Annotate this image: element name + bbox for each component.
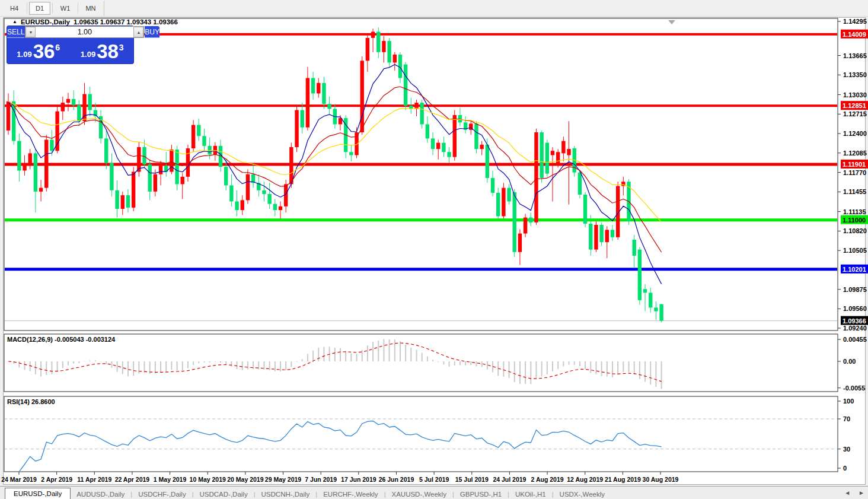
volume-increase-icon[interactable]: ▲ bbox=[133, 27, 143, 37]
level-price-tag: 1.14009 bbox=[843, 31, 866, 38]
tab-usdcnh-daily[interactable]: USDCNH-,Daily bbox=[256, 489, 316, 499]
volume-decrease-icon[interactable]: ▼ bbox=[25, 27, 36, 37]
one-click-trade-panel: SELL ▼ ▲ BUY 1.09366 1.09383 bbox=[7, 26, 133, 63]
buy-price-base: 1.09 bbox=[81, 50, 95, 59]
candle-body bbox=[589, 224, 592, 250]
candle-body bbox=[496, 193, 500, 217]
sell-price-base: 1.09 bbox=[17, 50, 31, 59]
price-axis-label: 1.12085 bbox=[843, 150, 867, 157]
tab-scroll-left-icon[interactable]: ◄ bbox=[844, 490, 850, 496]
candle-body bbox=[121, 195, 125, 209]
macd-axis-label: 0.00 bbox=[843, 358, 856, 365]
date-axis-label: 2 Apr 2019 bbox=[41, 476, 72, 483]
candle-body bbox=[126, 195, 130, 208]
candle-body bbox=[28, 153, 32, 163]
candle-body bbox=[502, 188, 505, 217]
tab-audusd-daily[interactable]: AUDUSD-,Daily bbox=[71, 489, 130, 499]
candle-body bbox=[611, 230, 614, 237]
candle-body bbox=[208, 146, 211, 155]
date-axis-label: 21 Aug 2019 bbox=[605, 476, 641, 483]
date-axis-label: 2 Aug 2019 bbox=[531, 476, 564, 483]
candle-body bbox=[605, 230, 609, 242]
collapse-panel-icon[interactable]: ▲ bbox=[12, 19, 17, 24]
volume-input[interactable] bbox=[36, 27, 133, 37]
rsi-label: RSI(14) 26.8600 bbox=[7, 398, 55, 405]
candle-body bbox=[142, 147, 146, 164]
tab-gbpusd-h1[interactable]: GBPUSD-,H1 bbox=[454, 489, 508, 499]
tab-scroll-controls: ◄ ► bbox=[844, 490, 864, 496]
price-axis-label: 1.09875 bbox=[843, 286, 867, 293]
candle-body bbox=[192, 125, 195, 149]
tab-usdcad-daily[interactable]: USDCAD-,Daily bbox=[194, 489, 254, 499]
chart-canvas: 1.142951.136651.133501.130301.127151.124… bbox=[0, 0, 868, 499]
buy-price-big: 38 bbox=[97, 43, 119, 61]
sell-price-button[interactable]: 1.09366 bbox=[7, 38, 70, 63]
candle-body bbox=[349, 152, 353, 155]
date-axis-label: 15 Jul 2019 bbox=[455, 476, 489, 483]
buy-price-button[interactable]: 1.09383 bbox=[71, 38, 134, 63]
candle-body bbox=[154, 174, 157, 192]
date-axis-label: 11 Apr 2019 bbox=[77, 476, 111, 483]
date-axis-label: 7 Jun 2019 bbox=[305, 476, 337, 483]
candle-body bbox=[491, 178, 494, 193]
chart-symbol-label: EURUSD-,Daily bbox=[21, 18, 70, 26]
tab-xauusd-weekly[interactable]: XAUUSD-,Weekly bbox=[385, 489, 452, 499]
candle-body bbox=[534, 132, 538, 223]
macd-label: MACD(12,26,9) -0.005043 -0.003124 bbox=[7, 336, 115, 343]
date-axis-label: 24 Mar 2019 bbox=[1, 476, 37, 483]
candle-body bbox=[159, 166, 162, 174]
candle-body bbox=[382, 41, 385, 52]
candle-body bbox=[23, 163, 26, 170]
candle-body bbox=[654, 307, 658, 311]
price-axis-label: 1.11135 bbox=[843, 208, 866, 215]
rsi-axis-label: 0 bbox=[843, 465, 847, 472]
candle-body bbox=[594, 225, 598, 250]
candle-body bbox=[599, 225, 603, 242]
macd-axis-label: -0.0055 bbox=[843, 384, 865, 392]
candle-body bbox=[39, 188, 43, 192]
current-price-tag: 1.09366 bbox=[843, 317, 866, 325]
candle-body bbox=[659, 304, 663, 321]
tab-ukoil-h1[interactable]: UKOil-,H1 bbox=[509, 489, 552, 499]
date-axis-label: 1 May 2019 bbox=[154, 476, 187, 483]
candle-body bbox=[306, 78, 309, 127]
candle-body bbox=[360, 61, 364, 132]
candle-body bbox=[540, 132, 543, 178]
candle-body bbox=[132, 172, 135, 208]
tab-usdx-weekly[interactable]: USDX-,Weekly bbox=[554, 489, 611, 499]
candle-body bbox=[301, 110, 304, 128]
price-axis-label: 1.09240 bbox=[843, 325, 867, 332]
volume-stepper: ▼ ▲ bbox=[25, 26, 144, 38]
buy-price-sup: 3 bbox=[119, 43, 124, 52]
candle-body bbox=[115, 190, 119, 209]
candle-body bbox=[181, 177, 184, 184]
candle-body bbox=[175, 150, 178, 184]
tab-usdchf-daily[interactable]: USDCHF-,Daily bbox=[132, 489, 192, 499]
price-axis-label: 1.12400 bbox=[843, 130, 867, 137]
price-axis-label: 1.14295 bbox=[843, 18, 867, 25]
candle-body bbox=[436, 143, 440, 149]
date-axis-label: 26 Jun 2019 bbox=[379, 476, 414, 483]
tab-eurchf-weekly[interactable]: EURCHF-,Weekly bbox=[317, 489, 384, 499]
price-axis-label: 1.10820 bbox=[843, 227, 867, 234]
candle-body bbox=[426, 124, 429, 138]
candle-body bbox=[44, 139, 48, 187]
candle-body bbox=[17, 141, 21, 171]
tab-eurusd-daily[interactable]: EURUSD-,Daily bbox=[5, 488, 71, 499]
price-axis-label: 1.13030 bbox=[843, 91, 867, 98]
candle-body bbox=[34, 153, 37, 191]
candle-body bbox=[453, 115, 457, 157]
candle-body bbox=[513, 192, 516, 252]
candle-body bbox=[50, 139, 53, 151]
candle-body bbox=[267, 194, 271, 204]
tab-scroll-right-icon[interactable]: ► bbox=[859, 490, 864, 496]
sell-price-sup: 6 bbox=[55, 43, 60, 52]
symbol-tab-bar: ◄ ► EURUSD-,DailyAUDUSD-,Daily|USDCHF-,D… bbox=[0, 486, 868, 499]
candle-body bbox=[524, 218, 527, 234]
level-price-tag: 1.10201 bbox=[843, 266, 866, 273]
date-axis-label: 10 May 2019 bbox=[190, 476, 226, 483]
price-axis-label: 1.10505 bbox=[843, 247, 867, 254]
buy-button[interactable]: BUY bbox=[145, 26, 159, 38]
sell-button[interactable]: SELL bbox=[7, 26, 24, 38]
candle-body bbox=[273, 204, 277, 210]
